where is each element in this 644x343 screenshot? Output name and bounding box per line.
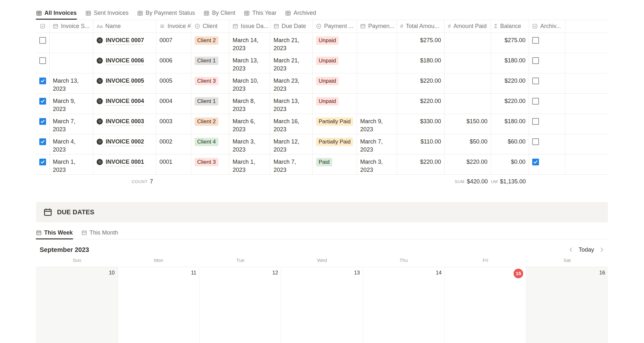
cell-select[interactable] bbox=[36, 114, 50, 134]
cell-num[interactable]: 0001 bbox=[156, 154, 191, 174]
cell-archived[interactable] bbox=[529, 134, 565, 154]
cell-name[interactable]: INVOICE 0004 bbox=[93, 94, 156, 114]
calendar-cell[interactable]: 11 bbox=[118, 267, 200, 343]
cell-name[interactable]: INVOICE 0002 bbox=[93, 134, 156, 154]
archived-checkbox[interactable] bbox=[532, 37, 539, 44]
cell-status[interactable]: Unpaid bbox=[313, 33, 357, 53]
due-tab-this-week[interactable]: This Week bbox=[36, 226, 73, 239]
cell-client[interactable]: Client 2 bbox=[191, 33, 229, 53]
cell-total[interactable]: $220.00 bbox=[397, 73, 445, 93]
cell-due[interactable]: March 23, 2023 bbox=[270, 73, 313, 93]
cell-client[interactable]: Client 1 bbox=[191, 53, 229, 73]
cell-paid[interactable] bbox=[445, 73, 491, 93]
archived-checkbox[interactable] bbox=[532, 57, 539, 64]
view-tab-archived[interactable]: Archived bbox=[285, 6, 316, 20]
cell-archived[interactable] bbox=[529, 114, 565, 134]
cell-paydate[interactable]: March 7, 2023 bbox=[357, 134, 397, 154]
cell-num[interactable]: 0002 bbox=[156, 134, 191, 154]
cell-balance[interactable]: $180.00 bbox=[491, 114, 529, 134]
cell-sent[interactable]: March 13, 2023 bbox=[50, 73, 93, 93]
cell-paid[interactable]: $50.00 bbox=[445, 134, 491, 154]
cell-select[interactable] bbox=[36, 33, 50, 53]
invoice-link[interactable]: INVOICE 0003 bbox=[106, 117, 144, 126]
archived-checkbox[interactable] bbox=[532, 78, 539, 84]
calendar-cell[interactable]: 10 bbox=[36, 267, 118, 343]
row-select-checkbox[interactable] bbox=[39, 118, 46, 125]
cell-total[interactable]: $180.00 bbox=[397, 53, 445, 73]
column-header-paydate[interactable]: Paymen... bbox=[357, 20, 397, 32]
cell-total[interactable]: $110.00 bbox=[397, 134, 445, 154]
balance-sum-aggregate[interactable]: UM $1,135.00 bbox=[491, 175, 529, 188]
cell-select[interactable] bbox=[36, 154, 50, 174]
due-tab-this-month[interactable]: This Month bbox=[82, 226, 118, 239]
cell-issue[interactable]: March 14, 2023 bbox=[229, 33, 270, 53]
column-header-due[interactable]: Due Date bbox=[270, 20, 313, 32]
view-tab-by-payment-status[interactable]: By Payment Status bbox=[137, 6, 195, 20]
cell-archived[interactable] bbox=[529, 73, 565, 93]
cell-due[interactable]: March 21, 2023 bbox=[270, 53, 313, 73]
cell-name[interactable]: INVOICE 0005 bbox=[93, 73, 156, 93]
column-header-status[interactable]: Payment ... bbox=[313, 20, 357, 32]
chevron-right-icon[interactable] bbox=[599, 247, 605, 253]
cell-sent[interactable]: March 1, 2023 bbox=[50, 154, 93, 174]
cell-client[interactable]: Client 3 bbox=[191, 73, 229, 93]
column-header-select[interactable] bbox=[36, 20, 50, 32]
cell-issue[interactable]: March 6, 2023 bbox=[229, 114, 270, 134]
cell-name[interactable]: INVOICE 0007 bbox=[93, 33, 156, 53]
cell-client[interactable]: Client 3 bbox=[191, 154, 229, 174]
column-header-sent[interactable]: Invoice S... bbox=[50, 20, 93, 32]
cell-issue[interactable]: March 13, 2023 bbox=[229, 53, 270, 73]
cell-paid[interactable] bbox=[445, 53, 491, 73]
column-header-client[interactable]: Client bbox=[191, 20, 229, 32]
cell-due[interactable]: March 13, 2023 bbox=[270, 94, 313, 114]
today-button[interactable]: Today bbox=[579, 246, 594, 253]
cell-balance[interactable]: $180.00 bbox=[491, 53, 529, 73]
calendar-cell[interactable]: 12 bbox=[199, 267, 281, 343]
cell-total[interactable]: $330.00 bbox=[397, 114, 445, 134]
row-select-checkbox[interactable] bbox=[39, 98, 46, 105]
cell-due[interactable]: March 21, 2023 bbox=[270, 33, 313, 53]
due-dates-section-header[interactable]: DUE DATES bbox=[36, 202, 608, 222]
cell-select[interactable] bbox=[36, 73, 50, 93]
column-header-balance[interactable]: ΣBalance bbox=[491, 20, 529, 32]
cell-sent[interactable] bbox=[50, 33, 93, 53]
archived-checkbox[interactable] bbox=[532, 159, 539, 165]
cell-paid[interactable]: $220.00 bbox=[445, 154, 491, 174]
cell-paydate[interactable] bbox=[357, 94, 397, 114]
cell-paid[interactable] bbox=[445, 94, 491, 114]
cell-num[interactable]: 0006 bbox=[156, 53, 191, 73]
row-select-checkbox[interactable] bbox=[39, 138, 46, 145]
row-select-checkbox[interactable] bbox=[39, 159, 46, 165]
cell-archived[interactable] bbox=[529, 53, 565, 73]
view-tab-this-year[interactable]: This Year bbox=[244, 6, 276, 20]
archived-checkbox[interactable] bbox=[532, 98, 539, 105]
invoice-link[interactable]: INVOICE 0005 bbox=[106, 77, 144, 85]
cell-balance[interactable]: $275.00 bbox=[491, 33, 529, 53]
cell-paydate[interactable]: March 3, 2023 bbox=[357, 154, 397, 174]
cell-client[interactable]: Client 2 bbox=[191, 114, 229, 134]
cell-num[interactable]: 0007 bbox=[156, 33, 191, 53]
archived-checkbox[interactable] bbox=[532, 118, 539, 125]
cell-status[interactable]: Unpaid bbox=[313, 53, 357, 73]
cell-total[interactable]: $220.00 bbox=[397, 94, 445, 114]
column-header-num[interactable]: Invoice # bbox=[156, 20, 191, 32]
cell-select[interactable] bbox=[36, 53, 50, 73]
column-header-paid[interactable]: #Amount Paid bbox=[445, 20, 491, 32]
view-tab-sent-invoices[interactable]: Sent Invoices bbox=[85, 6, 129, 20]
cell-paydate[interactable] bbox=[357, 33, 397, 53]
cell-issue[interactable]: March 1, 2023 bbox=[229, 154, 270, 174]
cell-client[interactable]: Client 1 bbox=[191, 94, 229, 114]
calendar-cell[interactable]: 14 bbox=[363, 267, 445, 343]
row-select-checkbox[interactable] bbox=[39, 57, 46, 64]
cell-archived[interactable] bbox=[529, 33, 565, 53]
invoice-link[interactable]: INVOICE 0002 bbox=[106, 138, 144, 146]
cell-paydate[interactable] bbox=[357, 73, 397, 93]
cell-select[interactable] bbox=[36, 134, 50, 154]
cell-sent[interactable]: March 7, 2023 bbox=[50, 114, 93, 134]
cell-issue[interactable]: March 3, 2023 bbox=[229, 134, 270, 154]
cell-status[interactable]: Unpaid bbox=[313, 94, 357, 114]
cell-sent[interactable]: March 4, 2023 bbox=[50, 134, 93, 154]
cell-status[interactable]: Unpaid bbox=[313, 73, 357, 93]
chevron-left-icon[interactable] bbox=[568, 247, 574, 253]
calendar-cell[interactable]: 15 bbox=[445, 267, 527, 343]
